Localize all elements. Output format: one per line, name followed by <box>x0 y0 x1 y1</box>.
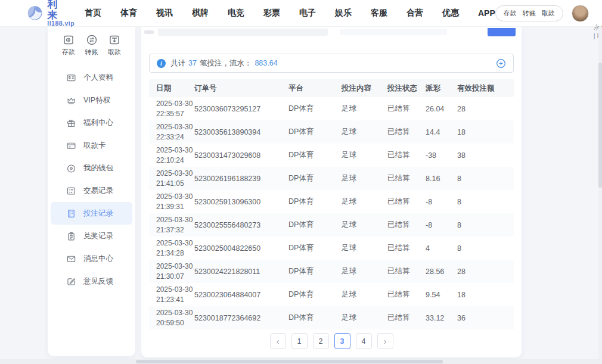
cell-order: 5230024221828011 <box>194 267 288 276</box>
quick-actions: 存款转账取款 <box>48 27 135 57</box>
cell-valid: 18 <box>457 291 507 299</box>
sidebar-item-my-wallet[interactable]: 我的钱包 <box>51 157 132 179</box>
page-button-4[interactable]: 4 <box>356 333 372 349</box>
quick-action-transfer[interactable]: 转账 <box>82 34 102 57</box>
nav-item[interactable]: 视讯 <box>156 8 173 18</box>
sidebar-item-label: 消息中心 <box>83 254 113 264</box>
cell-date: 2025-03-3021:23:41 <box>156 285 194 304</box>
cell-status: 已结算 <box>387 220 426 230</box>
sidebar-item-transaction-records[interactable]: 交易记录 <box>51 179 132 202</box>
cell-status: 已结算 <box>387 197 426 207</box>
sidebar-item-withdraw-card[interactable]: 取款卡 <box>51 134 132 157</box>
nav-item[interactable]: APP <box>478 8 495 18</box>
quick-action-label: 取款 <box>108 48 121 57</box>
prev-page-button[interactable]: ‹ <box>270 333 286 349</box>
pill-action[interactable]: 取款 <box>542 9 555 18</box>
sidebar-item-label: 个人资料 <box>83 73 113 83</box>
filter-tabs-remnant[interactable] <box>340 29 447 35</box>
sidebar-item-label: 我的钱包 <box>83 163 113 173</box>
nav-item[interactable]: 优惠 <box>442 8 459 18</box>
sidebar-item-vip[interactable]: VIP特权 <box>51 89 132 111</box>
sidebar-item-profile[interactable]: 个人资料 <box>51 66 132 89</box>
date-range-input[interactable] <box>158 29 328 36</box>
quick-action-label: 转账 <box>85 48 98 57</box>
nav-item[interactable]: 合营 <box>406 8 423 18</box>
cell-content: 足球 <box>342 290 387 300</box>
quick-action-withdraw[interactable]: 取款 <box>104 34 125 57</box>
cell-content: 足球 <box>342 220 387 230</box>
cell-platform: DP体育 <box>288 150 342 160</box>
cell-payout: 33.12 <box>426 314 457 322</box>
table-row: 2025-03-3022:33:245230035613890394DP体育足球… <box>149 120 514 144</box>
nav-item[interactable]: 电竞 <box>228 8 244 18</box>
nav-item[interactable]: 首页 <box>85 8 101 18</box>
cell-status: 已结算 <box>387 313 426 323</box>
deposit-icon <box>63 34 75 46</box>
sidebar-item-bet-records[interactable]: 投注记录 <box>51 202 132 225</box>
nav-item[interactable]: 电子 <box>299 8 316 18</box>
table-row: 2025-03-3021:34:285230025004822650DP体育足球… <box>149 237 514 260</box>
cell-content: 足球 <box>342 104 387 114</box>
cell-valid: 8 <box>457 244 507 253</box>
nav-item[interactable]: 客服 <box>371 8 387 18</box>
column-header: 订单号 <box>194 83 288 94</box>
plus-circle-icon[interactable] <box>496 58 506 69</box>
cell-date: 2025-03-3021:30:07 <box>156 262 194 281</box>
cell-payout: 26.04 <box>426 105 457 113</box>
nav-item[interactable]: 娱乐 <box>335 8 352 18</box>
cell-payout: -8 <box>426 221 457 229</box>
cell-date: 2025-03-3021:39:31 <box>156 192 194 211</box>
cell-order: 5230031473029608 <box>194 151 288 160</box>
nav-item[interactable]: 体育 <box>120 8 137 18</box>
sidebar-item-welfare-center[interactable]: 福利中心 <box>51 111 132 134</box>
cell-status: 已结算 <box>387 243 426 253</box>
table-row: 2025-03-3022:35:575230036073295127DP体育足球… <box>149 97 514 120</box>
filter-label-remnant <box>144 30 154 34</box>
cell-order: 5230025556480273 <box>194 221 288 229</box>
app-logo[interactable]: 利 来 ll188.vip <box>27 0 76 27</box>
cell-status: 已结算 <box>387 150 426 160</box>
cell-platform: DP体育 <box>288 290 342 300</box>
pill-action[interactable]: 存款 <box>504 9 517 18</box>
user-area: anxin3399 总资产： 1363.49元 永久域名： ll188.vip … <box>572 0 602 40</box>
cell-date: 2025-03-3021:41:05 <box>156 169 194 188</box>
page-button-2[interactable]: 2 <box>313 333 329 349</box>
cell-order: 5230023064884007 <box>194 291 288 299</box>
nav-item[interactable]: 彩票 <box>263 8 280 18</box>
wallet-icon <box>66 163 76 173</box>
transfer-icon <box>86 34 98 46</box>
page-button-1[interactable]: 1 <box>291 333 308 349</box>
cell-order: 5230036073295127 <box>194 105 288 113</box>
crown-icon <box>66 95 76 105</box>
top-header: 利 来 ll188.vip 首页体育视讯棋牌电竞彩票电子娱乐客服合营优惠APP … <box>0 0 602 27</box>
cell-valid: 8 <box>457 175 507 183</box>
sidebar-item-feedback[interactable]: 意见反馈 <box>51 270 132 293</box>
page-button-3[interactable]: 3 <box>334 333 350 349</box>
quick-action-deposit[interactable]: 存款 <box>58 34 79 57</box>
pill-action[interactable]: 转账 <box>523 9 536 18</box>
id-card-icon <box>66 73 76 83</box>
next-page-button[interactable]: › <box>377 333 393 349</box>
column-header: 投注内容 <box>342 83 387 94</box>
cell-status: 已结算 <box>387 127 426 137</box>
horizontal-scrollbar[interactable] <box>0 359 602 364</box>
vertical-scrollbar-thumb[interactable] <box>598 63 602 188</box>
sidebar-item-message-center[interactable]: 消息中心 <box>51 247 132 270</box>
cell-status: 已结算 <box>387 173 426 183</box>
vertical-scrollbar[interactable] <box>598 27 602 359</box>
cell-payout: 9.54 <box>426 291 457 299</box>
cell-date: 2025-03-3022:10:24 <box>156 145 194 164</box>
sidebar-item-redeem-records[interactable]: 兑奖记录 <box>51 225 132 247</box>
cell-platform: DP体育 <box>288 313 342 323</box>
cell-payout: -8 <box>426 198 457 206</box>
cell-content: 足球 <box>342 173 387 183</box>
horizontal-scrollbar-thumb[interactable] <box>136 360 443 363</box>
bet-count: 37 <box>188 59 197 67</box>
cell-valid: 36 <box>457 314 507 322</box>
table-row: 2025-03-3021:23:415230023064884007DP体育足球… <box>149 283 514 306</box>
nav-item[interactable]: 棋牌 <box>192 8 209 18</box>
avatar[interactable] <box>572 5 589 22</box>
search-button[interactable] <box>488 28 516 36</box>
wallet-pill: 存款转账取款 <box>495 5 563 21</box>
column-header: 日期 <box>156 83 194 94</box>
